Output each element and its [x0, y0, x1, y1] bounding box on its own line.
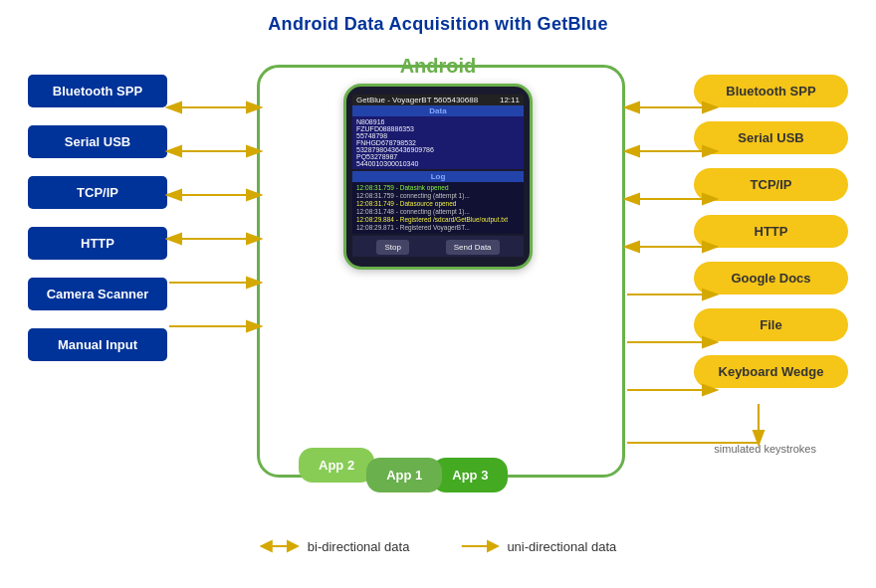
data-line-4: FNHGD678798532 — [356, 139, 520, 146]
legend: bi-directional data uni-directional data — [260, 538, 616, 554]
phone-data-section: N808916 FZUFD088886353 55748798 FNHGD678… — [352, 116, 524, 169]
right-file[interactable]: File — [694, 308, 848, 341]
log-entry-6: 12:08:29.871 - Registered VoyagerBT... — [356, 224, 520, 231]
right-serial-usb[interactable]: Serial USB — [694, 121, 848, 154]
log-entry-4: 12:08:31.748 - connecting (attempt 1)... — [356, 208, 520, 215]
left-camera-scanner[interactable]: Camera Scanner — [28, 278, 167, 310]
data-line-5: 53287980436436909786 — [356, 146, 520, 153]
right-tcp-ip[interactable]: TCP/IP — [694, 168, 848, 201]
left-bluetooth-spp[interactable]: Bluetooth SPP — [28, 75, 167, 107]
phone-controls: Stop Send Data — [352, 236, 524, 257]
data-line-2: FZUFD088886353 — [356, 125, 520, 132]
android-label: Android — [333, 55, 543, 78]
data-line-1: N808916 — [356, 118, 520, 125]
right-google-docs[interactable]: Google Docs — [694, 262, 848, 294]
log-entry-2: 12:08:31.759 - connecting (attempt 1)... — [356, 192, 520, 199]
left-manual-input[interactable]: Manual Input — [28, 328, 167, 361]
app3-bubble: App 3 — [432, 458, 508, 492]
legend-bidirectional: bi-directional data — [260, 538, 410, 554]
right-bluetooth-spp[interactable]: Bluetooth SPP — [694, 75, 848, 107]
phone-log-header: Log — [352, 171, 524, 182]
left-serial-usb[interactable]: Serial USB — [28, 125, 167, 158]
stop-button[interactable]: Stop — [376, 240, 408, 255]
right-keyboard-wedge[interactable]: Keyboard Wedge — [694, 355, 848, 388]
phone-status-bar: GetBlue - VoyagerBT 5605430688 12:11 — [352, 95, 524, 105]
phone-time: 12:11 — [500, 96, 520, 104]
right-column: Bluetooth SPP Serial USB TCP/IP HTTP Goo… — [694, 75, 848, 388]
page-title: Android Data Acquisition with GetBlue — [0, 0, 876, 35]
phone-data-header: Data — [352, 105, 524, 116]
log-entry-1: 12:08:31.759 - Datasink opened — [356, 184, 520, 191]
log-entry-5: 12:08:29.884 - Registered /sdcard/GetBlu… — [356, 216, 520, 223]
send-data-button[interactable]: Send Data — [446, 240, 500, 255]
left-http[interactable]: HTTP — [28, 227, 167, 260]
phone-wrapper: Android GetBlue - VoyagerBT 5605430688 1… — [333, 55, 543, 270]
data-line-3: 55748798 — [356, 132, 520, 139]
left-column: Bluetooth SPP Serial USB TCP/IP HTTP Cam… — [28, 75, 167, 361]
data-line-6: PQ53278987 — [356, 153, 520, 160]
data-line-7: 5440010300010340 — [356, 160, 520, 167]
legend-unidirectional: uni-directional data — [459, 538, 616, 554]
right-http[interactable]: HTTP — [694, 215, 848, 248]
phone-title-text: GetBlue - VoyagerBT 5605430688 — [356, 96, 478, 104]
left-tcp-ip[interactable]: TCP/IP — [28, 176, 167, 209]
unidirectional-label: uni-directional data — [507, 539, 616, 554]
bidirectional-label: bi-directional data — [308, 539, 410, 554]
app-bubbles: App 2 App 1 App 3 — [299, 458, 508, 492]
app1-bubble: App 1 — [366, 458, 442, 492]
phone-log-section: 12:08:31.759 - Datasink opened 12:08:31.… — [352, 182, 524, 234]
app2-bubble: App 2 — [299, 448, 374, 483]
simulated-keystrokes-label: simulated keystrokes — [714, 443, 816, 455]
phone-device: GetBlue - VoyagerBT 5605430688 12:11 Dat… — [343, 84, 533, 270]
log-entry-3: 12:08:31.749 - Datasource opened — [356, 200, 520, 207]
